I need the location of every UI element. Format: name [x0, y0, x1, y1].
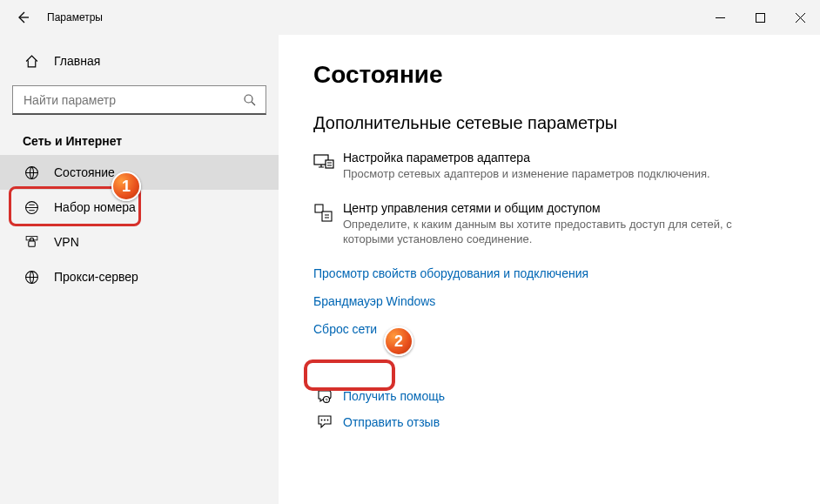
- vpn-icon: [23, 235, 40, 250]
- send-feedback-label: Отправить отзыв: [343, 415, 440, 429]
- sidebar-item-vpn[interactable]: VPN: [0, 225, 279, 259]
- titlebar: Параметры: [0, 0, 820, 35]
- svg-rect-10: [322, 212, 332, 221]
- adapter-settings[interactable]: Настройка параметров адаптера Просмотр с…: [313, 151, 766, 182]
- sidebar-category: Сеть и Интернет: [0, 122, 279, 155]
- get-help[interactable]: ? Получить помощь: [313, 388, 785, 404]
- maximize-button[interactable]: [740, 0, 780, 35]
- svg-rect-0: [756, 13, 764, 22]
- adapter-title: Настройка параметров адаптера: [343, 151, 710, 165]
- sidebar-item-label: Прокси-сервер: [54, 270, 138, 284]
- sidebar-item-label: VPN: [54, 235, 79, 249]
- maximize-icon: [756, 13, 765, 23]
- get-help-label: Получить помощь: [343, 389, 445, 403]
- home-icon: [23, 54, 40, 69]
- sharing-title: Центр управления сетями и общим доступом: [343, 201, 766, 215]
- sidebar-item-dialup[interactable]: Набор номера: [0, 190, 279, 225]
- page-title: Состояние: [313, 61, 785, 89]
- sharing-desc: Определите, к каким данным вы хотите пре…: [343, 217, 766, 247]
- search-input[interactable]: [12, 85, 266, 115]
- search-icon: [243, 93, 257, 107]
- status-icon: [23, 165, 40, 180]
- search-field[interactable]: [22, 92, 243, 108]
- svg-rect-8: [326, 160, 333, 168]
- dialup-icon: [23, 200, 40, 215]
- back-button[interactable]: [7, 0, 38, 35]
- sidebar-item-status[interactable]: Состояние: [0, 155, 279, 190]
- proxy-icon: [23, 270, 40, 285]
- svg-point-1: [245, 95, 252, 103]
- link-firewall[interactable]: Брандмауэр Windows: [313, 294, 435, 308]
- svg-point-15: [327, 419, 329, 420]
- send-feedback[interactable]: Отправить отзыв: [313, 414, 785, 430]
- link-network-reset[interactable]: Сброс сети: [313, 322, 377, 336]
- svg-point-13: [321, 419, 323, 420]
- window-title: Параметры: [47, 11, 103, 24]
- close-button[interactable]: [780, 0, 820, 35]
- svg-point-14: [324, 419, 326, 420]
- link-hardware-props[interactable]: Просмотр свойств оборудования и подключе…: [313, 266, 588, 280]
- close-icon: [796, 13, 805, 23]
- sidebar-item-label: Состояние: [54, 165, 115, 179]
- sidebar-home-label: Главная: [54, 54, 100, 68]
- sidebar-home[interactable]: Главная: [0, 44, 279, 78]
- sidebar-item-proxy[interactable]: Прокси-сервер: [0, 259, 279, 294]
- adapter-desc: Просмотр сетевых адаптеров и изменение п…: [343, 166, 710, 182]
- svg-text:?: ?: [325, 397, 327, 402]
- arrow-left-icon: [16, 10, 30, 24]
- adapter-icon: [313, 151, 343, 182]
- minimize-icon: [716, 13, 725, 23]
- sharing-icon: [313, 201, 343, 247]
- svg-rect-4: [28, 240, 34, 245]
- sidebar-item-label: Набор номера: [54, 200, 136, 214]
- feedback-icon: [313, 414, 336, 430]
- sharing-center[interactable]: Центр управления сетями и общим доступом…: [313, 201, 766, 247]
- minimize-button[interactable]: [700, 0, 740, 35]
- help-icon: ?: [313, 388, 336, 404]
- content: Состояние Дополнительные сетевые парамет…: [279, 35, 820, 504]
- section-title: Дополнительные сетевые параметры: [313, 113, 785, 133]
- sidebar: Главная Сеть и Интернет Состояние Набор …: [0, 35, 279, 504]
